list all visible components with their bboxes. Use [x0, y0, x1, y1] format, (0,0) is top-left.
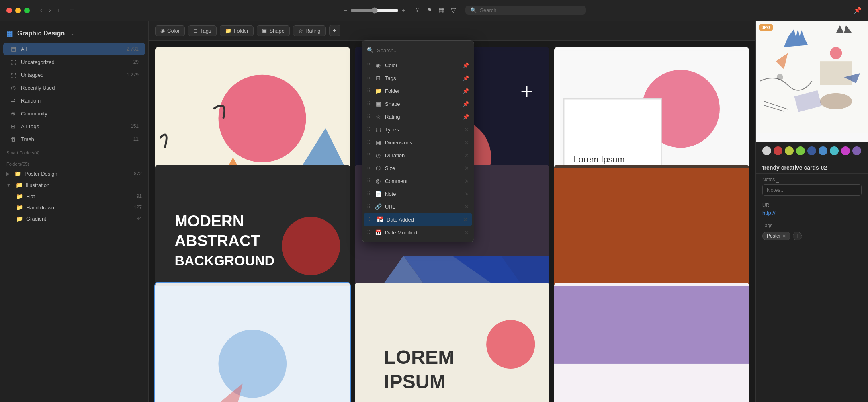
swatch-5[interactable]	[807, 146, 816, 155]
image-card-8[interactable]: LOREM IPSUM	[355, 283, 550, 402]
dropdown-item-duration[interactable]: ⠿ ◷ Duration ✕	[362, 149, 474, 162]
grid-view-icon[interactable]: ▦	[438, 6, 444, 14]
dropdown-search-icon: 🔍	[367, 47, 374, 53]
pin-color-icon[interactable]: 📌	[463, 62, 469, 68]
sidebar-label-recently-used: Recently Used	[21, 85, 139, 91]
sidebar-item-uncategorized[interactable]: ⬚ Uncategorized 29	[3, 56, 145, 68]
tag-add-button[interactable]: +	[793, 232, 802, 240]
close-button[interactable]	[6, 8, 12, 13]
sidebar-label-trash: Trash	[21, 136, 129, 142]
sidebar-item-trash[interactable]: 🗑 Trash 11	[3, 133, 145, 145]
add-filter-button[interactable]: +	[329, 25, 340, 36]
filter-icon[interactable]: ▽	[451, 6, 456, 14]
image-card-9[interactable]: LOREM IPSUM	[554, 283, 749, 402]
dropdown-item-folder[interactable]: ⠿ 📁 Folder 📌	[362, 84, 474, 97]
sidebar-label-uncategorized: Uncategorized	[21, 59, 129, 65]
share-icon[interactable]: ⇪	[415, 6, 420, 14]
pin-date-added-icon[interactable]: ✕	[463, 217, 467, 223]
pin-url-icon[interactable]: ✕	[465, 204, 469, 210]
sidebar-count-trash: 11	[133, 136, 139, 142]
dropdown-item-url[interactable]: ⠿ 🔗 URL ✕	[362, 200, 474, 213]
dropdown-item-color[interactable]: ⠿ ◉ Color 📌	[362, 59, 474, 72]
bookmark-icon[interactable]: ⚑	[426, 6, 432, 14]
swatch-8[interactable]	[841, 146, 850, 155]
toolbar-icons: ⇪ ⚑ ▦ ▽	[415, 6, 456, 14]
pin-shape-icon[interactable]: 📌	[463, 101, 469, 107]
forward-button[interactable]: ›	[46, 6, 53, 15]
sidebar-item-recently-used[interactable]: ◷ Recently Used	[3, 82, 145, 94]
dropdown-item-date-modified[interactable]: ⠿ 📅 Date Modified ✕	[362, 226, 474, 239]
pin-folder-icon[interactable]: 📌	[463, 88, 469, 94]
dropdown-item-size[interactable]: ⠿ ⬡ Size ✕	[362, 162, 474, 174]
pin-types-icon[interactable]: ✕	[465, 127, 469, 133]
minimize-button[interactable]	[15, 8, 21, 13]
swatch-2[interactable]	[774, 146, 782, 155]
pin-tags-icon[interactable]: 📌	[463, 75, 469, 81]
swatch-7[interactable]	[830, 146, 839, 155]
back-button[interactable]: ‹	[38, 6, 45, 15]
dropdown-item-date-added[interactable]: ⠿ 📅 Date Added ✕	[364, 213, 472, 226]
filter-color-icon: ◉	[160, 28, 165, 34]
add-button[interactable]: +	[68, 5, 77, 15]
notes-input[interactable]	[762, 184, 862, 196]
drag-handle-color: ⠿	[367, 62, 371, 68]
filter-folder-button[interactable]: 📁 Folder	[220, 25, 254, 36]
sidebar-subfolder-hand-drawn[interactable]: 📁 Hand drawn 127	[0, 202, 148, 213]
sidebar-count-uncategorized: 29	[133, 59, 139, 65]
sidebar-item-community[interactable]: ⊕ Community	[3, 107, 145, 119]
pin-button[interactable]: 📌	[854, 6, 862, 14]
filter-rating-button[interactable]: ☆ Rating	[293, 25, 326, 36]
swatch-3[interactable]	[785, 146, 794, 155]
filter-color-button[interactable]: ◉ Color	[155, 25, 185, 36]
title-bar: ‹ › ⫶ + − + ⇪ ⚑ ▦ ▽ 🔍 📌	[0, 0, 868, 21]
tag-close-poster[interactable]: ✕	[782, 234, 786, 239]
dropdown-color-icon: ◉	[375, 62, 382, 68]
dropdown-item-dimensions[interactable]: ⠿ ▦ Dimensions ✕	[362, 136, 474, 149]
dropdown-item-comment[interactable]: ⠿ ◎ Comment ✕	[362, 174, 474, 187]
sidebar-folder-illustration[interactable]: ▼ 📁 Illustration	[0, 179, 148, 191]
subfolder-flat-icon: 📁	[16, 193, 23, 199]
svg-point-53	[219, 330, 287, 398]
sidebar-subfolder-flat[interactable]: 📁 Flat 91	[0, 191, 148, 202]
sidebar-item-random[interactable]: ⇄ Random	[3, 94, 145, 107]
sidebar-count-all: 2,731	[127, 46, 139, 52]
filter-shape-button[interactable]: ▣ Shape	[257, 25, 290, 36]
swatch-9[interactable]	[852, 146, 861, 155]
dropdown-note-label: Note	[385, 191, 461, 197]
sort-button[interactable]: ⫶	[55, 6, 63, 15]
dropdown-date-added-icon: 📅	[376, 216, 383, 223]
dropdown-search-input[interactable]	[377, 47, 469, 53]
maximize-button[interactable]	[24, 8, 30, 13]
svg-text:ABSTRACT: ABSTRACT	[174, 232, 260, 249]
pin-note-icon[interactable]: ✕	[465, 191, 469, 197]
sidebar-subfolder-gradient[interactable]: 📁 Gradient 34	[0, 213, 148, 224]
pin-size-icon[interactable]: ✕	[465, 165, 469, 171]
sidebar-item-all-tags[interactable]: ⊟ All Tags 151	[3, 120, 145, 132]
dropdown-item-note[interactable]: ⠿ 📄 Note ✕	[362, 187, 474, 200]
swatch-6[interactable]	[819, 146, 827, 155]
pin-duration-icon[interactable]: ✕	[465, 152, 469, 158]
folder-illustration-icon: 📁	[16, 182, 23, 188]
svg-point-71	[830, 47, 842, 59]
dropdown-item-tags[interactable]: ⠿ ⊟ Tags 📌	[362, 72, 474, 84]
pin-rating-icon[interactable]: 📌	[463, 114, 469, 120]
sidebar-item-untagged[interactable]: ⬚ Untagged 1,279	[3, 69, 145, 81]
search-input[interactable]	[480, 7, 581, 13]
pin-date-modified-icon[interactable]: ✕	[465, 230, 469, 236]
pin-comment-icon[interactable]: ✕	[465, 178, 469, 184]
swatch-4[interactable]	[796, 146, 805, 155]
folder-label-poster-design: Poster Design	[25, 171, 131, 177]
dropdown-item-types[interactable]: ⠿ ⬚ Types ✕	[362, 123, 474, 136]
sidebar-title: Graphic Design	[17, 30, 65, 37]
dropdown-item-rating[interactable]: ⠿ ☆ Rating 📌	[362, 110, 474, 123]
swatch-1[interactable]	[762, 146, 771, 155]
filter-tags-button[interactable]: ⊟ Tags	[188, 25, 216, 36]
preview-badge: JPG	[759, 24, 773, 31]
pin-dimensions-icon[interactable]: ✕	[465, 139, 469, 146]
right-panel: JPG	[755, 21, 868, 402]
image-card-7[interactable]	[155, 283, 350, 402]
dropdown-item-shape[interactable]: ⠿ ▣ Shape 📌	[362, 97, 474, 110]
zoom-slider[interactable]	[350, 7, 399, 14]
sidebar-folder-poster-design[interactable]: ▶ 📁 Poster Design 872	[0, 168, 148, 179]
sidebar-item-all[interactable]: ▤ All 2,731	[3, 43, 145, 55]
